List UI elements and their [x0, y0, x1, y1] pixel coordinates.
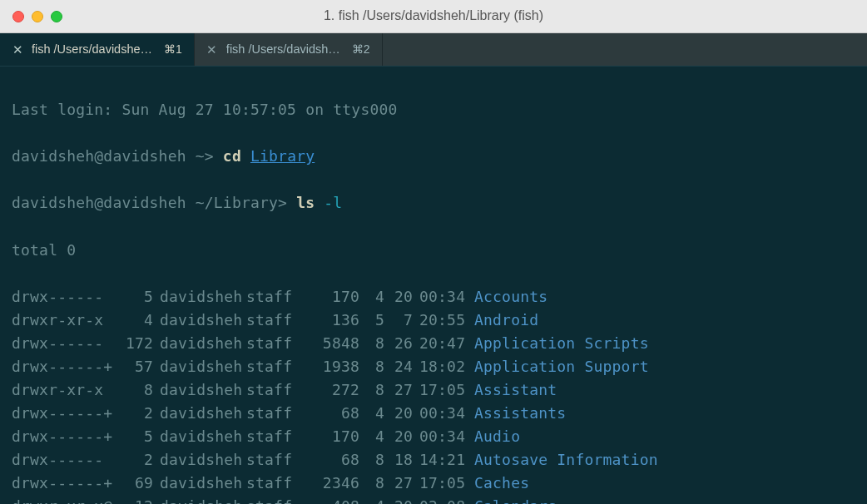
traffic-lights: [12, 11, 62, 22]
ls-size: 170: [310, 425, 359, 448]
ls-group: staff: [246, 285, 310, 309]
window-title: 1. fish /Users/davidsheh/Library (fish): [10, 6, 857, 27]
ls-user: davidsheh: [153, 355, 246, 378]
ls-time: 14:21: [413, 448, 468, 472]
ls-perm: drwxr-xr-x: [12, 378, 116, 402]
ls-links: 69: [116, 472, 153, 495]
ls-links: 57: [116, 355, 153, 378]
tab-2[interactable]: ✕ fish /Users/davidsh… ⌘2: [195, 33, 383, 66]
ls-time: 17:05: [413, 472, 468, 495]
ls-perm: drwxr-xr-x@: [12, 495, 116, 504]
ls-size: 5848: [310, 332, 359, 355]
ls-d: 27: [384, 378, 413, 402]
terminal-output[interactable]: Last login: Sun Aug 27 10:57:05 on ttys0…: [0, 67, 867, 504]
prompt-path: ~>: [186, 147, 223, 165]
ls-perm: drwx------: [12, 448, 116, 472]
tab-bar: ✕ fish /Users/davidshe… ⌘1 ✕ fish /Users…: [0, 33, 867, 67]
minimize-icon[interactable]: [32, 11, 43, 22]
ls-group: staff: [246, 425, 310, 448]
ls-group: staff: [246, 378, 310, 402]
ls-size: 136: [310, 309, 359, 332]
close-icon[interactable]: ✕: [206, 40, 218, 59]
ls-size: 408: [310, 495, 359, 504]
listing-row: drwx------+57davidshehstaff193882418:02A…: [12, 355, 855, 378]
ls-user: davidsheh: [153, 472, 246, 495]
ls-links: 2: [116, 448, 153, 472]
ls-name: Accounts: [468, 285, 855, 309]
ls-name: Application Scripts: [468, 332, 855, 355]
ls-perm: drwx------+: [12, 355, 116, 378]
ls-name: Audio: [468, 425, 855, 448]
ls-d: 27: [384, 472, 413, 495]
ls-time: 18:02: [413, 355, 468, 378]
command-cd-arg: Library: [250, 147, 315, 165]
ls-time: 02:08: [413, 495, 468, 504]
tab-label: fish /Users/davidsh…: [226, 40, 340, 59]
ls-links: 5: [116, 425, 153, 448]
ls-time: 00:34: [413, 402, 468, 425]
ls-d: 7: [384, 309, 413, 332]
ls-group: staff: [246, 448, 310, 472]
ls-perm: drwx------+: [12, 402, 116, 425]
ls-user: davidsheh: [153, 495, 246, 504]
ls-m: 4: [359, 402, 384, 425]
ls-perm: drwx------+: [12, 425, 116, 448]
directory-listing: drwx------5davidshehstaff17042000:34Acco…: [12, 285, 855, 504]
ls-d: 24: [384, 355, 413, 378]
ls-name: Android: [468, 309, 855, 332]
ls-m: 5: [359, 309, 384, 332]
ls-m: 8: [359, 355, 384, 378]
ls-time: 17:05: [413, 378, 468, 402]
ls-time: 00:34: [413, 285, 468, 309]
listing-row: drwx------172davidshehstaff584882620:47A…: [12, 332, 855, 355]
ls-time: 00:34: [413, 425, 468, 448]
listing-row: drwx------+2davidshehstaff6842000:34Assi…: [12, 402, 855, 425]
ls-size: 68: [310, 448, 359, 472]
ls-m: 4: [359, 495, 384, 504]
prompt-line-2: davidsheh@davidsheh ~/Library> ls -l: [12, 191, 855, 215]
ls-links: 172: [116, 332, 153, 355]
tab-1[interactable]: ✕ fish /Users/davidshe… ⌘1: [0, 33, 195, 66]
command-ls: ls: [296, 194, 324, 211]
ls-d: 26: [384, 332, 413, 355]
tab-shortcut: ⌘1: [164, 41, 182, 59]
ls-d: 20: [384, 402, 413, 425]
ls-size: 272: [310, 378, 359, 402]
zoom-icon[interactable]: [51, 11, 62, 22]
listing-row: drwx------+5davidshehstaff17042000:34Aud…: [12, 425, 855, 448]
listing-row: drwxr-xr-x8davidshehstaff27282717:05Assi…: [12, 378, 855, 402]
total-line: total 0: [12, 239, 855, 262]
ls-links: 8: [116, 378, 153, 402]
ls-user: davidsheh: [153, 378, 246, 402]
listing-row: drwxr-xr-x@12davidshehstaff40842002:08Ca…: [12, 495, 855, 504]
prompt-userhost: davidsheh@davidsheh: [12, 147, 186, 165]
ls-links: 4: [116, 309, 153, 332]
ls-group: staff: [246, 472, 310, 495]
prompt-path: ~/Library>: [186, 194, 296, 211]
tab-label: fish /Users/davidshe…: [32, 40, 152, 59]
ls-perm: drwx------: [12, 332, 116, 355]
ls-time: 20:47: [413, 332, 468, 355]
close-icon[interactable]: [12, 11, 24, 22]
ls-d: 20: [384, 285, 413, 309]
ls-d: 20: [384, 495, 413, 504]
ls-name: Assistants: [468, 402, 855, 425]
listing-row: drwx------5davidshehstaff17042000:34Acco…: [12, 285, 855, 309]
ls-name: Autosave Information: [468, 448, 855, 472]
ls-time: 20:55: [413, 309, 468, 332]
command-ls-arg: -l: [324, 194, 342, 211]
listing-row: drwx------+69davidshehstaff234682717:05C…: [12, 472, 855, 495]
close-icon[interactable]: ✕: [12, 40, 23, 59]
command-cd: cd: [223, 147, 250, 165]
prompt-userhost: davidsheh@davidsheh: [12, 194, 186, 211]
last-login-line: Last login: Sun Aug 27 10:57:05 on ttys0…: [12, 98, 855, 121]
ls-user: davidsheh: [153, 425, 246, 448]
ls-size: 68: [310, 402, 359, 425]
ls-links: 5: [116, 285, 153, 309]
ls-size: 1938: [310, 355, 359, 378]
ls-m: 8: [359, 378, 384, 402]
ls-links: 12: [116, 495, 153, 504]
listing-row: drwx------2davidshehstaff6881814:21Autos…: [12, 448, 855, 472]
prompt-line-1: davidsheh@davidsheh ~> cd Library: [12, 145, 855, 168]
ls-d: 18: [384, 448, 413, 472]
